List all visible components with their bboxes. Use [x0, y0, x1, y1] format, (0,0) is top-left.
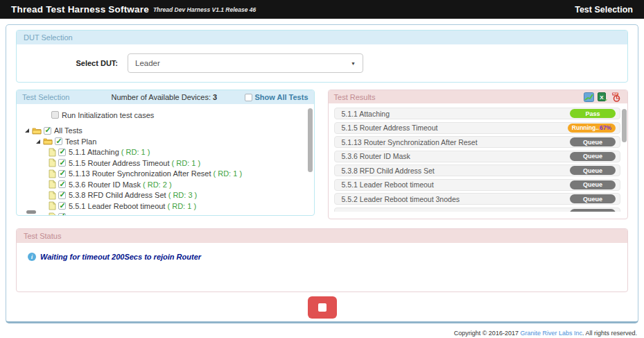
status-message: Waiting for timeout 200Secs to rejoin Ro… — [40, 253, 201, 261]
run-init-label: Run Initialization test cases — [62, 111, 154, 119]
chart-icon[interactable] — [584, 92, 594, 102]
test-case-label[interactable]: 5.1.1 Attaching ( RD: 1 ) — [69, 148, 150, 156]
tree-item[interactable]: 5.5.1 Leader Reboot timeout ( RD: 1 ) — [17, 201, 314, 211]
run-init-checkbox[interactable] — [51, 111, 59, 119]
all-tests-checkbox[interactable] — [44, 127, 51, 135]
result-row: 5.5.1 Leader Reboot timeout Queue — [334, 179, 620, 191]
tree-item[interactable]: 5.1.5 Router Address Timeout ( RD: 1 ) — [17, 158, 314, 168]
app-header: Thread Test Harness Software Thread Dev … — [0, 0, 644, 19]
all-tests-label[interactable]: All Tests — [54, 126, 82, 135]
test-status-panel: Test Status i Waiting for timeout 200Sec… — [16, 228, 628, 292]
status-badge: Queue — [570, 152, 616, 161]
test-selection-panel: Test Selection Number of Available Devic… — [16, 90, 315, 216]
test-results-list: 5.1.1 Attaching Pass 5.1.5 Router Addres… — [329, 103, 627, 219]
folder-icon — [43, 137, 53, 145]
svg-text:PDF: PDF — [613, 93, 618, 96]
test-case-checkbox[interactable] — [58, 149, 66, 156]
test-plan-label[interactable]: Test Plan — [65, 137, 96, 146]
results-vertical-scrollbar[interactable] — [622, 109, 627, 142]
available-devices: Number of Available Devices: 3 — [111, 93, 217, 101]
expand-triangle-icon[interactable] — [36, 140, 40, 144]
status-badge: Running..67% — [568, 124, 616, 133]
result-label: 5.5.2 Leader Reboot timeout 3nodes — [342, 195, 460, 203]
test-case-checkbox[interactable] — [58, 192, 66, 199]
info-icon: i — [28, 253, 36, 261]
tree-node-all-tests[interactable]: All Tests — [17, 126, 314, 136]
run-init-row[interactable]: Run Initialization test cases — [17, 110, 314, 120]
test-case-label[interactable]: 5.3.6 Router ID Mask ( RD: 2 ) — [69, 180, 172, 189]
running-text: Running.. — [572, 124, 599, 131]
dut-dropdown[interactable]: Leader ▼ — [128, 53, 363, 73]
dut-selection-body: Select DUT: Leader ▼ — [17, 44, 627, 82]
app-title: Thread Test Harness Software — [11, 4, 149, 15]
test-status-header: Test Status — [17, 229, 627, 243]
status-badge: Queue — [570, 166, 616, 175]
test-case-checkbox[interactable] — [58, 170, 66, 178]
test-selection-title: Test Selection — [22, 93, 69, 101]
select-dut-label: Select DUT: — [17, 59, 128, 67]
result-label: 5.5.1 Leader Reboot timeout — [342, 180, 434, 189]
status-badge: Queue — [570, 194, 616, 203]
status-badge: Pass — [570, 109, 616, 118]
footer: Copyright © 2016-2017 Granite River Labs… — [0, 323, 644, 337]
main-container: DUT Selection Select DUT: Leader ▼ Test … — [6, 24, 638, 323]
test-case-checkbox[interactable] — [58, 213, 66, 216]
expand-triangle-icon[interactable] — [25, 128, 29, 133]
file-icon — [49, 180, 56, 189]
chevron-down-icon: ▼ — [351, 61, 356, 66]
stop-square-icon — [318, 303, 327, 312]
current-page-title: Test Selection — [575, 5, 633, 15]
granite-river-labs-link[interactable]: Granite River Labs Inc — [520, 330, 582, 337]
tree-item[interactable]: 5.3.6 Router ID Mask ( RD: 2 ) — [17, 179, 314, 189]
result-row: 5.3.8 RFD Child Address Set Queue — [334, 164, 620, 176]
test-case-name: 5.3.8 RFD Child Address Set — [69, 191, 166, 199]
tree-item-partial[interactable] — [17, 212, 314, 216]
pdf-export-icon[interactable]: PDF — [611, 92, 622, 102]
svg-text:X: X — [600, 94, 604, 101]
tree-node-test-plan[interactable]: Test Plan — [17, 136, 314, 146]
file-icon — [49, 191, 56, 200]
status-badge — [570, 209, 616, 212]
running-percent: 67% — [600, 124, 611, 131]
test-case-rd: ( RD: 1 ) — [168, 202, 197, 210]
result-label: 5.1.5 Router Address Timeout — [342, 124, 438, 132]
test-plan-checkbox[interactable] — [55, 137, 62, 145]
result-row: 5.1.1 Attaching Pass — [334, 108, 620, 119]
show-all-tests-checkbox[interactable] — [245, 94, 252, 101]
test-case-checkbox[interactable] — [58, 180, 66, 188]
test-case-label[interactable]: 5.5.1 Leader Reboot timeout ( RD: 1 ) — [69, 202, 196, 210]
file-icon — [49, 148, 56, 157]
test-results-panel: Test Results X PDF 5.1.1 Attaching Pass … — [328, 90, 628, 219]
test-tree: Run Initialization test cases All Tests … — [17, 104, 314, 215]
file-icon — [49, 212, 56, 216]
test-case-rd: ( RD: 3 ) — [168, 191, 198, 199]
tree-horizontal-scrollbar[interactable] — [26, 210, 36, 214]
tree-vertical-scrollbar[interactable] — [308, 108, 313, 172]
result-row-partial — [334, 208, 620, 212]
result-row: 5.1.5 Router Address Timeout Running..67… — [334, 122, 620, 134]
tree-item[interactable]: 5.1.13 Router Synchronization After Rese… — [17, 169, 314, 179]
test-case-label[interactable]: 5.3.8 RFD Child Address Set ( RD: 3 ) — [69, 191, 197, 199]
test-case-checkbox[interactable] — [58, 202, 66, 210]
test-selection-header: Test Selection Number of Available Devic… — [17, 90, 314, 104]
test-case-rd: ( RD: 2 ) — [143, 180, 172, 189]
stop-button[interactable] — [308, 296, 337, 319]
test-case-name: 5.5.1 Leader Reboot timeout — [69, 202, 165, 210]
test-case-label[interactable]: 5.1.5 Router Address Timeout ( RD: 1 ) — [69, 159, 200, 167]
result-label: 5.1.13 Router Synchronization After Rese… — [342, 138, 478, 146]
excel-export-icon[interactable]: X — [598, 92, 608, 102]
show-all-tests-label: Show All Tests — [255, 93, 308, 101]
show-all-tests-toggle[interactable]: Show All Tests — [245, 93, 308, 101]
tree-item[interactable]: 5.1.1 Attaching ( RD: 1 ) — [17, 147, 314, 158]
copyright-text: Copyright © 2016-2017 — [454, 330, 521, 337]
test-case-checkbox[interactable] — [58, 159, 66, 167]
status-badge: Queue — [570, 137, 616, 146]
tree-item[interactable]: 5.3.8 RFD Child Address Set ( RD: 3 ) — [17, 190, 314, 201]
rights-text: . All rights reserved. — [582, 330, 637, 337]
test-case-name: 5.1.1 Attaching — [69, 148, 119, 156]
test-case-label[interactable]: 5.1.13 Router Synchronization After Rese… — [69, 169, 242, 178]
dut-selection-panel: DUT Selection Select DUT: Leader ▼ — [16, 30, 628, 83]
app-version: Thread Dev Harness V1.1 Release 46 — [153, 6, 256, 13]
result-row: 5.1.13 Router Synchronization After Rese… — [334, 136, 620, 148]
result-label: 5.3.8 RFD Child Address Set — [342, 167, 435, 175]
